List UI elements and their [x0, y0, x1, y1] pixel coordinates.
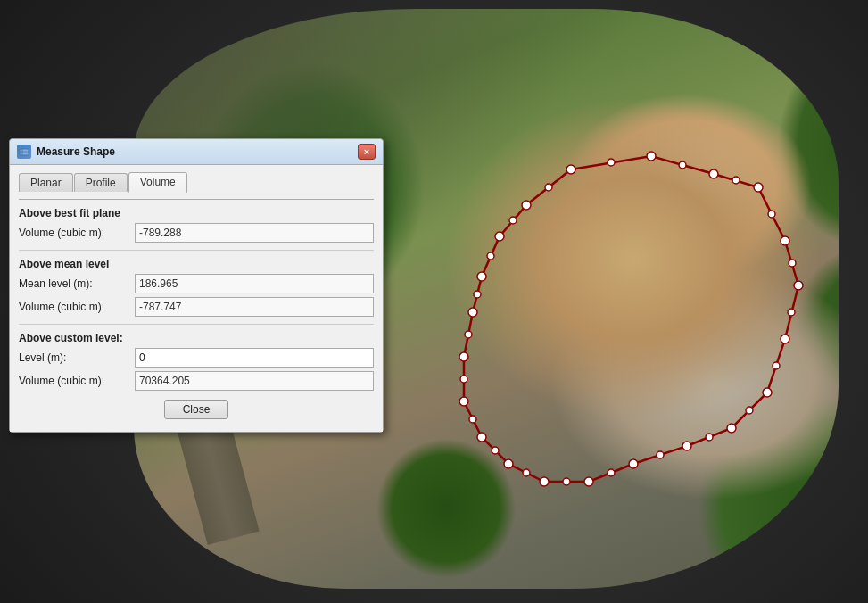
volume3-row: Volume (cubic m): — [19, 371, 374, 391]
svg-point-29 — [746, 407, 753, 414]
svg-point-40 — [487, 252, 494, 260]
svg-point-24 — [732, 177, 740, 184]
svg-point-30 — [706, 434, 713, 441]
volume3-label: Volume (cubic m): — [19, 375, 135, 387]
level-label: Level (m): — [19, 351, 135, 364]
svg-point-9 — [727, 424, 736, 433]
svg-point-6 — [794, 281, 803, 290]
dialog-body: Planar Profile Volume Above best fit pla… — [10, 165, 383, 432]
svg-point-39 — [474, 291, 481, 298]
svg-point-36 — [469, 416, 476, 423]
dialog-footer: Close — [19, 394, 374, 423]
tab-profile[interactable]: Profile — [74, 173, 128, 192]
svg-point-34 — [523, 469, 530, 476]
svg-point-26 — [789, 260, 796, 267]
volume1-row: Volume (cubic m): — [19, 223, 374, 243]
volume1-label: Volume (cubic m): — [19, 227, 135, 239]
divider-1 — [19, 250, 374, 251]
section-mean-level-label: Above mean level — [19, 258, 374, 270]
tab-volume[interactable]: Volume — [128, 172, 187, 193]
section-custom-level-label: Above custom level: — [19, 332, 374, 344]
measure-shape-dialog: Measure Shape × Planar Profile Volume Ab… — [9, 138, 384, 433]
svg-point-2 — [647, 152, 656, 161]
tab-divider — [19, 199, 374, 200]
volume3-input[interactable] — [135, 371, 374, 391]
svg-point-20 — [495, 232, 504, 241]
svg-point-10 — [682, 442, 691, 450]
svg-point-42 — [545, 184, 552, 191]
mean-level-label: Mean level (m): — [19, 277, 135, 290]
volume1-input[interactable] — [135, 223, 374, 243]
mean-level-input[interactable] — [135, 274, 374, 293]
svg-point-33 — [563, 478, 570, 485]
svg-point-1 — [566, 165, 575, 174]
svg-point-22 — [608, 159, 615, 166]
svg-point-12 — [584, 477, 593, 486]
svg-point-37 — [460, 376, 467, 383]
volume2-label: Volume (cubic m): — [19, 301, 135, 313]
svg-point-35 — [492, 447, 499, 454]
tab-planar[interactable]: Planar — [19, 173, 73, 192]
close-icon-button[interactable]: × — [358, 144, 376, 160]
volume2-input[interactable] — [135, 297, 374, 317]
dialog-titlebar: Measure Shape × — [10, 139, 383, 165]
section-best-fit-label: Above best fit plane — [19, 207, 374, 219]
svg-point-8 — [763, 388, 772, 397]
svg-point-15 — [477, 433, 486, 442]
close-button[interactable]: Close — [164, 400, 229, 419]
svg-marker-0 — [464, 156, 798, 482]
dialog-icon — [17, 145, 31, 159]
tab-bar: Planar Profile Volume — [19, 172, 374, 192]
svg-point-25 — [768, 211, 775, 218]
level-input[interactable] — [135, 348, 374, 368]
svg-point-17 — [459, 352, 468, 361]
svg-point-21 — [522, 201, 531, 210]
svg-rect-43 — [20, 149, 29, 155]
svg-point-38 — [465, 331, 472, 338]
svg-point-18 — [468, 308, 477, 317]
svg-point-19 — [477, 272, 486, 281]
svg-point-28 — [773, 362, 780, 369]
svg-point-16 — [459, 397, 468, 406]
svg-point-7 — [781, 335, 789, 343]
svg-point-11 — [629, 459, 638, 468]
level-row: Level (m): — [19, 348, 374, 368]
svg-point-32 — [608, 469, 615, 476]
divider-2 — [19, 324, 374, 325]
svg-point-41 — [509, 217, 517, 224]
svg-point-13 — [540, 477, 549, 486]
mean-level-row: Mean level (m): — [19, 274, 374, 293]
svg-point-14 — [504, 459, 513, 468]
svg-point-27 — [788, 309, 795, 316]
svg-point-31 — [657, 451, 664, 458]
dialog-title: Measure Shape — [37, 145, 115, 158]
svg-point-23 — [679, 161, 686, 169]
volume2-row: Volume (cubic m): — [19, 297, 374, 317]
svg-point-4 — [754, 183, 763, 192]
svg-point-3 — [709, 169, 718, 178]
dialog-title-left: Measure Shape — [17, 145, 115, 159]
svg-point-5 — [781, 236, 789, 245]
